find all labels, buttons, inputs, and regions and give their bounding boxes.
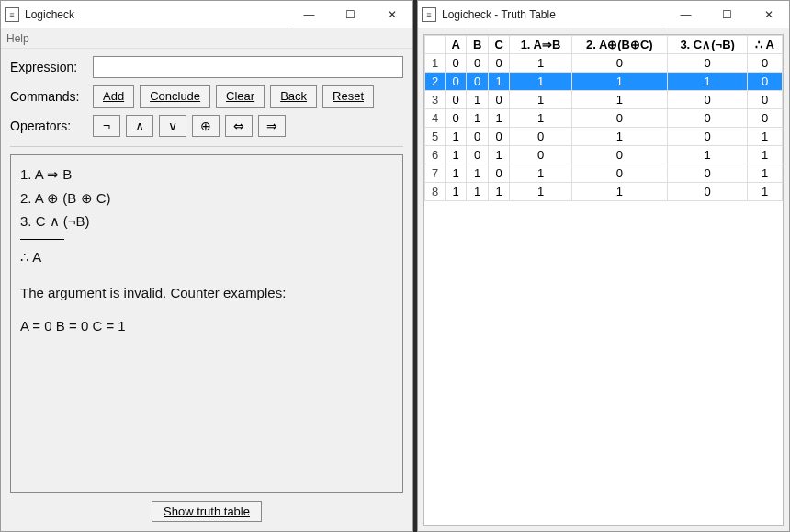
cell: 0 (748, 54, 783, 73)
table-row[interactable]: 81111101 (425, 183, 783, 201)
back-button[interactable]: Back (270, 85, 317, 108)
column-header[interactable]: C (488, 36, 509, 54)
cell: 0 (667, 164, 747, 183)
cell: 0 (748, 109, 783, 128)
table-row[interactable]: 10001000 (425, 54, 783, 73)
cell: 0 (446, 109, 467, 128)
add-button[interactable]: Add (93, 85, 134, 108)
cell: 0 (467, 128, 488, 146)
column-header[interactable]: 1. A⇒B (510, 36, 571, 54)
cell: 0 (488, 128, 509, 146)
cell: 1 (510, 109, 571, 128)
op-implies-button[interactable]: ⇒ (258, 115, 286, 137)
table-row[interactable]: 51000101 (425, 128, 783, 146)
cell: 1 (488, 73, 509, 91)
cell: 0 (446, 73, 467, 91)
cell: 1 (510, 73, 571, 91)
op-iff-button[interactable]: ⇔ (225, 115, 253, 137)
cell: 1 (510, 54, 571, 73)
cell: 0 (467, 54, 488, 73)
cell: 0 (748, 91, 783, 109)
table-row[interactable]: 40111000 (425, 109, 783, 128)
main-content: Expression: Commands: Add Conclude Clear… (1, 49, 412, 531)
cell: 1 (667, 146, 747, 164)
expression-input[interactable] (93, 56, 403, 78)
window-controls: — ☐ ✕ (288, 1, 412, 28)
table-row[interactable]: 30101100 (425, 91, 783, 109)
cell: 1 (510, 164, 571, 183)
cell: 0 (446, 54, 467, 73)
cell: 1 (748, 146, 783, 164)
cell: 0 (488, 164, 509, 183)
minimize-button[interactable]: — (288, 1, 330, 28)
cell: 0 (667, 109, 747, 128)
row-number: 7 (425, 164, 446, 183)
cell: 1 (571, 128, 667, 146)
cell: 1 (488, 109, 509, 128)
cell: 1 (467, 183, 488, 201)
premise-line: 1. A ⇒ B (20, 163, 393, 187)
maximize-button[interactable]: ☐ (706, 1, 748, 28)
close-button[interactable]: ✕ (371, 1, 412, 28)
column-header[interactable]: A (446, 36, 467, 54)
cell: 1 (488, 146, 509, 164)
commands-row: Commands: Add Conclude Clear Back Reset (10, 85, 403, 108)
conclusion-line: ∴ A (20, 245, 393, 269)
show-truth-table-button[interactable]: Show truth table (152, 501, 262, 522)
column-header[interactable]: ∴ A (748, 36, 783, 54)
commands-label: Commands: (10, 89, 93, 104)
menu-help[interactable]: Help (6, 32, 29, 45)
cell: 1 (446, 146, 467, 164)
row-number: 8 (425, 183, 446, 201)
column-header[interactable]: 3. C∧(¬B) (667, 36, 747, 54)
window-controls: — ☐ ✕ (665, 1, 789, 28)
bottom-bar: Show truth table (10, 501, 403, 522)
cell: 0 (667, 54, 747, 73)
close-button[interactable]: ✕ (748, 1, 789, 28)
table-row[interactable]: 71101001 (425, 164, 783, 183)
divider (10, 146, 403, 147)
truth-table-window: ≡ Logicheck - Truth Table — ☐ ✕ ABC1. A⇒… (417, 0, 790, 532)
row-number: 6 (425, 146, 446, 164)
cell: 0 (467, 146, 488, 164)
table-row[interactable]: 61010011 (425, 146, 783, 164)
cell: 1 (571, 183, 667, 201)
minimize-button[interactable]: — (665, 1, 706, 28)
row-number: 4 (425, 109, 446, 128)
cell: 0 (510, 128, 571, 146)
row-number: 1 (425, 54, 446, 73)
op-not-button[interactable]: ¬ (93, 115, 120, 137)
cell: 1 (748, 183, 783, 201)
cell: 1 (667, 73, 747, 91)
column-header[interactable]: B (467, 36, 488, 54)
cell: 0 (571, 164, 667, 183)
cell: 1 (510, 183, 571, 201)
cell: 1 (748, 164, 783, 183)
logicheck-main-window: ≡ Logicheck — ☐ ✕ Help Expression: Comma… (0, 0, 413, 532)
premise-line: 2. A ⊕ (B ⊕ C) (20, 187, 393, 210)
table-row[interactable]: 20011110 (425, 73, 783, 91)
verdict-line: The argument is invalid. Counter example… (20, 281, 393, 305)
cell: 0 (667, 128, 747, 146)
op-and-button[interactable]: ∧ (126, 115, 153, 137)
app-icon: ≡ (422, 7, 436, 22)
titlebar: ≡ Logicheck — ☐ ✕ (1, 1, 412, 28)
cell: 0 (571, 54, 667, 73)
op-or-button[interactable]: ∨ (159, 115, 186, 137)
column-header[interactable] (425, 36, 446, 54)
column-header[interactable]: 2. A⊕(B⊕C) (571, 36, 667, 54)
op-xor-button[interactable]: ⊕ (192, 115, 220, 137)
reset-button[interactable]: Reset (322, 85, 374, 108)
cell: 1 (488, 183, 509, 201)
maximize-button[interactable]: ☐ (330, 1, 371, 28)
cell: 0 (488, 91, 509, 109)
cell: 0 (488, 54, 509, 73)
conclude-button[interactable]: Conclude (140, 85, 210, 108)
cell: 1 (446, 183, 467, 201)
row-number: 2 (425, 73, 446, 91)
counterexample-line: A = 0 B = 0 C = 1 (20, 314, 393, 338)
menubar: Help (1, 28, 412, 49)
clear-button[interactable]: Clear (216, 85, 265, 108)
table-header-row: ABC1. A⇒B2. A⊕(B⊕C)3. C∧(¬B)∴ A (425, 36, 783, 54)
cell: 1 (446, 164, 467, 183)
